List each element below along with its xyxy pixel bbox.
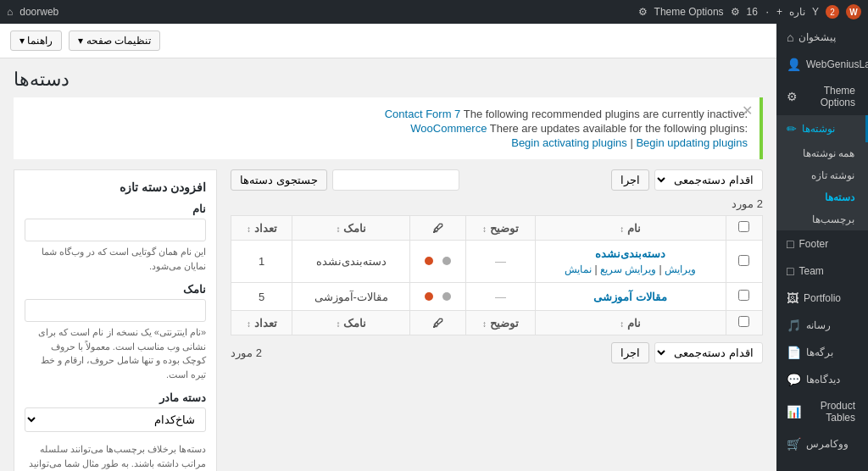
sidebar-item-pishkhan[interactable]: پیشخوان ⌂ xyxy=(776,24,868,51)
row-2-checkbox xyxy=(726,283,762,311)
notif-badge-2[interactable]: 2 xyxy=(826,5,839,19)
name-input[interactable] xyxy=(25,219,206,241)
sidebar-sub-dasteh-ha[interactable]: دسته‌ها xyxy=(776,186,868,208)
begin-updating-link[interactable]: Begin updating plugins xyxy=(636,136,748,149)
pages-icon: 📄 xyxy=(787,346,801,359)
sidebar-item-resaleh[interactable]: رسانه 🎵 xyxy=(776,312,868,339)
row-1-cb[interactable] xyxy=(738,255,749,266)
sidebar-label-woocommerce: ووکامرس xyxy=(806,438,849,450)
sidebar-item-theme-options[interactable]: Theme Options ⚙ xyxy=(776,78,868,115)
admin-bar-home-icon: ⌂ xyxy=(7,6,13,18)
search-button[interactable]: جستجوی دسته‌ها xyxy=(231,169,327,191)
table-row: دسته‌بندی‌نشده ویرایش | ویرایش سریع | نم… xyxy=(231,241,763,283)
sidebar-item-footer[interactable]: Footer □ xyxy=(776,230,868,258)
row-1-dot-gray xyxy=(442,257,451,265)
column-icon: 🖊 xyxy=(432,222,443,235)
row-2-namak: مقالات-آموزشی xyxy=(292,283,410,311)
sidebar-item-portfolio[interactable]: Portfolio 🖼 xyxy=(776,285,868,312)
apply-button-top[interactable]: اجرا xyxy=(611,169,649,191)
sidebar-sub-hame[interactable]: همه نوشته‌ها xyxy=(776,142,868,164)
sidebar-item-woocommerce[interactable]: ووکامرس 🛒 xyxy=(776,430,868,457)
sidebar-item-webgeniuslab[interactable]: WebGeniusLab 👤 xyxy=(776,51,868,78)
search-input[interactable] xyxy=(332,169,459,191)
search-right: جستجوی دسته‌ها xyxy=(231,169,459,191)
col-name[interactable]: نام ↕ xyxy=(535,216,726,241)
admin-bar-right: doorweb ⌂ xyxy=(7,6,58,18)
admin-bar-left: W 2 Y ناره + ۰ 16 ⚙ Theme Options ⚙ xyxy=(638,4,861,19)
bottom-bulk-left: اقدام دسته‌جمعی حذف اجرا xyxy=(611,342,763,363)
add-category-column: افزودن دسته تازه نام این نام همان گوتایی… xyxy=(14,169,217,471)
admin-bar-zero: ۰ xyxy=(765,6,770,18)
admin-bar-plus[interactable]: + xyxy=(776,6,782,18)
sub-header: تنظیمات صفحه ▾ راهنما ▾ xyxy=(0,24,776,58)
row-1-dots xyxy=(409,241,465,283)
foot-select-all[interactable] xyxy=(738,316,749,327)
admin-bar-nare[interactable]: ناره xyxy=(789,6,805,18)
woo-icon: 🛒 xyxy=(787,437,801,451)
notice-close-button[interactable]: ✕ xyxy=(742,104,753,118)
foot-name[interactable]: نام ↕ xyxy=(535,311,726,335)
row-1-sep1: | xyxy=(656,263,661,275)
row-2-cb[interactable] xyxy=(738,290,749,301)
sidebar-item-didgaha[interactable]: دیدگاه‌ها 💬 xyxy=(776,366,868,393)
sidebar-item-neveshteha[interactable]: نوشته‌ها ✏ xyxy=(776,115,868,142)
sidebar-item-team[interactable]: Team □ xyxy=(776,258,868,285)
admin-bar-16: 16 xyxy=(747,6,758,18)
row-1-tedad: 1 xyxy=(231,241,292,283)
sidebar-label-didgaha: دیدگاه‌ها xyxy=(806,374,840,385)
namak-input[interactable] xyxy=(25,299,206,322)
foot-tedad[interactable]: تعداد ↕ xyxy=(231,311,292,335)
admin-bar-site[interactable]: doorweb xyxy=(19,6,58,18)
product-tables-icon: 📊 xyxy=(787,405,801,418)
row-2-name: مقالات آموزشی xyxy=(535,283,726,311)
col-namak[interactable]: نامک ↕ xyxy=(292,216,410,241)
col-tedad[interactable]: تعداد ↕ xyxy=(231,216,292,241)
apply-button-bottom[interactable]: اجرا xyxy=(611,342,649,363)
bulk-select[interactable]: اقدام دسته‌جمعی حذف xyxy=(654,169,763,191)
table-header-row: نام ↕ توضیح ↕ 🖊 نامک ↕ تعداد ↕ xyxy=(231,216,763,241)
notice-box: ✕ Contact Form 7 The following recommend… xyxy=(14,97,763,159)
rahnama-button[interactable]: راهنما ▾ xyxy=(10,30,62,51)
tanzimaat-button[interactable]: تنظیمات صفحه ▾ xyxy=(69,30,160,51)
parent-cat-field: دسته مادر شاخ‌کدام xyxy=(25,391,206,432)
gear-icon: ⚙ xyxy=(787,90,798,103)
col-description[interactable]: توضیح ↕ xyxy=(466,216,535,241)
admin-bar-theme-options[interactable]: Theme Options xyxy=(654,6,724,18)
sidebar-label-neveshteha: نوشته‌ها xyxy=(802,123,835,135)
row-1-edit-link[interactable]: ویرایش xyxy=(665,263,696,275)
contact-form-7-link[interactable]: Contact Form 7 xyxy=(385,108,461,120)
sidebar-sub-bargchesb[interactable]: برچسب‌ها xyxy=(776,208,868,230)
col-icon: 🖊 xyxy=(409,216,465,241)
row-1-view-link[interactable]: نمایش xyxy=(565,263,592,275)
table-footer-row: نام ↕ توضیح ↕ 🖊 نامک ↕ تعداد ↕ xyxy=(231,311,763,335)
row-2-name-link[interactable]: مقالات آموزشی xyxy=(593,291,667,303)
foot-namak[interactable]: نامک ↕ xyxy=(292,311,410,335)
count-top: 2 مورد xyxy=(231,197,763,210)
sidebar-label-portfolio: Portfolio xyxy=(804,292,841,304)
row-2-dot-red xyxy=(425,292,433,301)
bottom-bulk-select[interactable]: اقدام دسته‌جمعی حذف xyxy=(654,342,763,363)
row-1-name-link[interactable]: دسته‌بندی‌نشده xyxy=(595,247,665,260)
foot-description[interactable]: توضیح ↕ xyxy=(466,311,535,335)
sidebar-label-webgeniuslab: WebGeniusLab xyxy=(806,58,868,70)
row-1-quick-edit-link[interactable]: ویرایش سریع xyxy=(600,263,656,275)
namak-label: نامک xyxy=(25,283,206,296)
begin-activating-link[interactable]: Begin activating plugins xyxy=(511,136,627,149)
wp-logo: W xyxy=(846,4,861,19)
footer-icon: □ xyxy=(787,237,793,251)
woocommerce-link[interactable]: WooCommerce xyxy=(410,122,487,135)
parent-cat-select[interactable]: شاخ‌کدام xyxy=(25,407,206,432)
notice-text-1: Contact Form 7 The following recommended… xyxy=(25,108,748,120)
edit-icon: ✏ xyxy=(787,122,797,136)
sidebar-sub-neveshte-taze[interactable]: نوشته تازه xyxy=(776,164,868,186)
bottom-bulk-area: اقدام دسته‌جمعی حذف اجرا 2 مورد xyxy=(231,342,763,363)
sidebar-label-footer: Footer xyxy=(798,238,828,250)
sidebar-item-product-tables[interactable]: Product Tables 📊 xyxy=(776,393,868,430)
portfolio-icon: 🖼 xyxy=(787,291,798,305)
sidebar-item-bargha[interactable]: برگه‌ها 📄 xyxy=(776,339,868,366)
form-bottom-hint: دسته‌ها برخلاف برچسب‌ها می‌توانند سلسله … xyxy=(25,442,206,471)
parent-cat-label: دسته مادر xyxy=(25,391,206,404)
sidebar-label-team: Team xyxy=(798,265,823,277)
select-all-checkbox[interactable] xyxy=(738,221,749,232)
page-title-area: دسته‌ها xyxy=(0,58,776,97)
